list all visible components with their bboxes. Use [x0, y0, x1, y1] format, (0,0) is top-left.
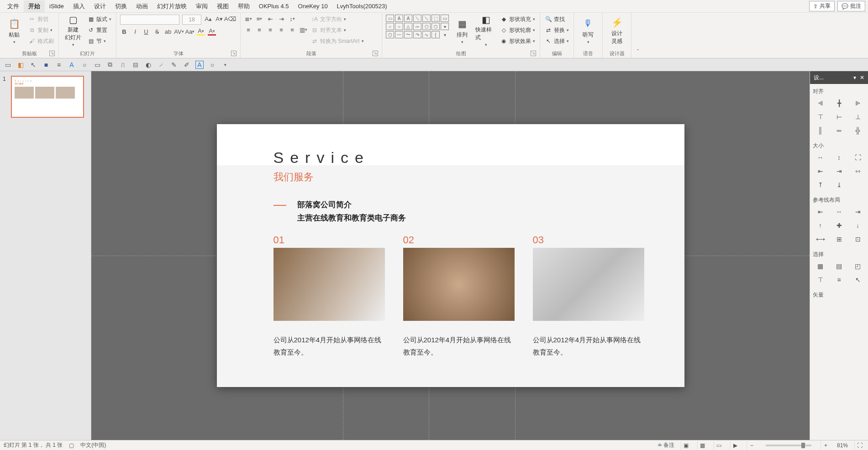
- slide[interactable]: Service 我们服务 部落窝公司简介 主营在线教育和教育类电子商务 01 公…: [217, 124, 684, 387]
- tab-view[interactable]: 视图: [212, 0, 233, 12]
- guide-t-icon[interactable]: ↑: [813, 220, 828, 230]
- sel-1-icon[interactable]: ▦: [813, 261, 828, 271]
- align-middle-icon[interactable]: ⊢: [831, 112, 847, 122]
- find-button[interactable]: 🔍查找: [544, 15, 570, 24]
- view-normal-icon[interactable]: ▣: [681, 441, 691, 450]
- distribute-v-icon[interactable]: ═: [831, 126, 847, 136]
- convert-smartart-button[interactable]: ⇄转换为 SmartArt▾: [310, 37, 365, 46]
- slide-title-cn[interactable]: 我们服务: [274, 170, 628, 184]
- layout-button[interactable]: ▦版式▾: [86, 15, 112, 24]
- guide-l-icon[interactable]: ⇤: [813, 207, 828, 217]
- copy-button[interactable]: ⧉复制▾: [27, 26, 55, 35]
- arrange-button[interactable]: ▦排列▾: [452, 15, 473, 47]
- guide-b-icon[interactable]: ↓: [850, 220, 865, 230]
- slide-title-en[interactable]: Service: [274, 149, 628, 167]
- reset-button[interactable]: ↺重置: [86, 26, 112, 35]
- col1-desc[interactable]: 公司从2012年4月开始从事网络在线教育至今。: [274, 334, 385, 358]
- qat-icon-15[interactable]: ✐: [183, 61, 191, 69]
- col3-image[interactable]: [533, 248, 644, 321]
- decrease-font-icon[interactable]: A▾: [215, 15, 223, 23]
- shape-fill-button[interactable]: ◆形状填充▾: [499, 15, 536, 24]
- col3-desc[interactable]: 公司从2012年4月开始从事网络在线教育至今。: [533, 334, 644, 358]
- tab-okplus[interactable]: OKPlus 4.5: [254, 1, 294, 11]
- align-center-h-icon[interactable]: ╋: [831, 98, 847, 108]
- tab-review[interactable]: 审阅: [191, 0, 212, 12]
- col1-image[interactable]: [274, 248, 385, 321]
- tab-islide[interactable]: iSlide: [45, 1, 68, 11]
- intro-line1[interactable]: 部落窝公司简介: [297, 200, 352, 209]
- qat-icon-5[interactable]: ≡: [55, 61, 63, 69]
- guide-grid-icon[interactable]: ⊡: [850, 234, 865, 244]
- zoom-slider[interactable]: [766, 445, 811, 446]
- qat-pointer-icon[interactable]: ↖: [29, 61, 37, 69]
- sel-pointer-icon[interactable]: ↖: [850, 275, 865, 285]
- guide-r-icon[interactable]: ⇥: [850, 207, 865, 217]
- align-bottom-icon[interactable]: ⊥: [850, 112, 865, 122]
- cut-button[interactable]: ✂剪切: [27, 15, 55, 24]
- section-button[interactable]: ▤节▾: [86, 37, 112, 46]
- font-launcher[interactable]: ↘: [231, 51, 237, 56]
- bold-button[interactable]: B: [120, 27, 128, 36]
- guide-c-icon[interactable]: ↔: [831, 207, 847, 217]
- col2-image[interactable]: [403, 248, 515, 321]
- justify-button[interactable]: ≡: [277, 26, 285, 34]
- col2-desc[interactable]: 公司从2012年4月开始从事网络在线教育至今。: [403, 334, 515, 358]
- align-right-icon[interactable]: ⫸: [850, 98, 865, 108]
- qat-icon-7[interactable]: ○: [80, 61, 89, 69]
- guide-m-icon[interactable]: ✚: [831, 220, 847, 230]
- qat-icon-16[interactable]: A: [195, 61, 204, 69]
- qat-icon-10[interactable]: ⎍: [119, 61, 127, 69]
- distribute-both-icon[interactable]: ╬: [850, 126, 865, 136]
- qat-icon-6[interactable]: A: [68, 61, 76, 69]
- qat-icon-9[interactable]: ⧉: [106, 61, 114, 69]
- quick-styles-button[interactable]: ◧快速样式▾: [475, 15, 496, 47]
- qat-icon-12[interactable]: ◐: [144, 61, 153, 69]
- view-reading-icon[interactable]: ▭: [714, 441, 724, 450]
- dictate-button[interactable]: 🎙听写▾: [578, 15, 599, 47]
- pane-dropdown-icon[interactable]: ▾: [853, 74, 856, 81]
- increase-font-icon[interactable]: A▴: [204, 15, 212, 23]
- shadow-button[interactable]: ab: [164, 27, 172, 36]
- line-spacing-button[interactable]: ↕▾: [288, 15, 296, 23]
- status-language[interactable]: 中文(中国): [80, 441, 106, 449]
- intro-line2[interactable]: 主营在线教育和教育类电子商务: [297, 213, 628, 223]
- replace-button[interactable]: ⇄替换▾: [544, 26, 570, 35]
- zoom-in-button[interactable]: +: [821, 441, 831, 450]
- tab-help[interactable]: 帮助: [233, 0, 254, 12]
- font-family-combo[interactable]: [120, 15, 179, 25]
- qat-icon-2[interactable]: ◧: [16, 61, 25, 69]
- align-right-button[interactable]: ≡: [266, 26, 274, 34]
- underline-button[interactable]: U: [142, 27, 150, 36]
- tab-home[interactable]: 开始: [24, 0, 45, 12]
- slide-thumbnail-1[interactable]: S e r v i c e 我们服务: [11, 76, 84, 118]
- view-slideshow-icon[interactable]: ▶: [730, 441, 740, 450]
- paragraph-launcher[interactable]: ↘: [373, 51, 378, 56]
- fit-window-icon[interactable]: ⛶: [854, 441, 864, 450]
- tab-slideshow[interactable]: 幻灯片放映: [153, 0, 191, 12]
- shape-effects-button[interactable]: ◉形状效果▾: [499, 37, 536, 46]
- pane-close-icon[interactable]: ✕: [860, 74, 864, 81]
- qat-icon-4[interactable]: ■: [42, 61, 50, 69]
- size-left-icon[interactable]: ⇤: [813, 166, 828, 176]
- select-button[interactable]: ↖选择▾: [544, 37, 570, 46]
- distribute-button[interactable]: ≡: [288, 26, 296, 34]
- size-right-icon[interactable]: ⇥: [831, 166, 847, 176]
- qat-icon-18[interactable]: ▾: [221, 61, 229, 69]
- tab-animation[interactable]: 动画: [132, 0, 153, 12]
- char-spacing-button[interactable]: AV▾: [175, 27, 183, 36]
- clear-format-icon[interactable]: A⌫: [226, 15, 234, 23]
- qat-icon-13[interactable]: ⟋: [157, 61, 165, 69]
- format-painter-button[interactable]: 🖌格式刷: [27, 37, 55, 46]
- zoom-out-button[interactable]: −: [747, 441, 757, 450]
- shapes-gallery[interactable]: ▭AA＼＼⬚▭ ○○△⇨⬠⬡▾ ⬡〰〜↷∿{▾: [386, 15, 449, 38]
- drawing-launcher[interactable]: ↘: [531, 51, 536, 56]
- align-left-icon[interactable]: ⫷: [813, 98, 828, 108]
- align-text-button[interactable]: ⊟对齐文本▾: [310, 26, 365, 35]
- qat-icon-14[interactable]: ✎: [170, 61, 178, 69]
- size-w-icon[interactable]: ↔: [813, 152, 828, 162]
- distribute-h-icon[interactable]: ║: [813, 126, 828, 136]
- column-1[interactable]: 01 公司从2012年4月开始从事网络在线教育至今。: [274, 234, 385, 358]
- column-3[interactable]: 03 公司从2012年4月开始从事网络在线教育至今。: [533, 234, 644, 358]
- guide-v-icon[interactable]: ⊞: [831, 234, 847, 244]
- qat-icon-17[interactable]: ○: [208, 61, 216, 69]
